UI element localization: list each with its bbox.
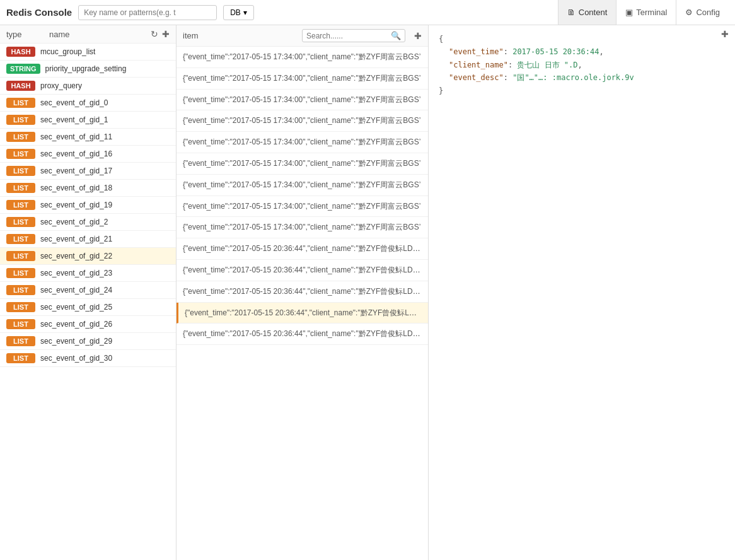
- item-row[interactable]: {"event_time":"2017-05-15 17:34:00","cli…: [177, 217, 428, 238]
- item-text: {"event_time":"2017-05-15 20:36:44","cli…: [183, 287, 428, 296]
- list-item[interactable]: LIST sec_event_of_gid_22: [0, 248, 176, 265]
- item-text: {"event_time":"2017-05-15 17:34:00","cli…: [183, 116, 420, 125]
- json-detail: { "event_time": 2017-05-15 20:36:44, "cl…: [429, 25, 735, 560]
- item-text: {"event_time":"2017-05-15 20:36:44","cli…: [185, 308, 428, 317]
- item-text: {"event_time":"2017-05-15 17:34:00","cli…: [183, 74, 420, 83]
- row-name: sec_event_of_gid_24: [40, 286, 112, 295]
- item-row[interactable]: {"event_time":"2017-05-15 20:36:44","cli…: [177, 324, 428, 345]
- add-item-icon[interactable]: ✚: [414, 31, 422, 41]
- item-row[interactable]: {"event_time":"2017-05-15 20:36:44","cli…: [177, 303, 428, 324]
- item-text: {"event_time":"2017-05-15 17:34:00","cli…: [183, 137, 420, 146]
- search-input[interactable]: [306, 32, 388, 40]
- left-panel-header: type name ↻ ✚: [0, 25, 176, 44]
- list-item[interactable]: HASH proxy_query: [0, 78, 176, 95]
- list-item[interactable]: LIST sec_event_of_gid_29: [0, 333, 176, 350]
- list-item[interactable]: LIST sec_event_of_gid_21: [0, 231, 176, 248]
- row-name: sec_event_of_gid_26: [40, 320, 112, 329]
- json-close-brace: }: [439, 85, 725, 97]
- type-badge: LIST: [6, 285, 35, 295]
- type-badge: LIST: [6, 319, 35, 329]
- row-name: sec_event_of_gid_22: [40, 252, 112, 260]
- item-row[interactable]: {"event_time":"2017-05-15 17:34:00","cli…: [177, 47, 428, 68]
- row-name: mcuc_group_list: [40, 47, 95, 56]
- list-item[interactable]: LIST sec_event_of_gid_17: [0, 163, 176, 180]
- refresh-icon[interactable]: ↻: [151, 29, 158, 39]
- item-row[interactable]: {"event_time":"2017-05-15 17:34:00","cli…: [177, 196, 428, 218]
- tab-config[interactable]: ⚙ Config: [676, 0, 729, 25]
- item-text: {"event_time":"2017-05-15 17:34:00","cli…: [183, 223, 420, 231]
- type-badge: LIST: [6, 336, 35, 346]
- topbar-tabs: 🗎 Content ▣ Terminal ⚙ Config: [558, 0, 729, 25]
- item-text: {"event_time":"2017-05-15 17:34:00","cli…: [183, 159, 420, 168]
- list-item[interactable]: LIST sec_event_of_gid_30: [0, 350, 176, 367]
- col-item-label: item: [183, 31, 297, 40]
- type-badge: LIST: [6, 132, 35, 142]
- list-item[interactable]: LIST sec_event_of_gid_25: [0, 299, 176, 316]
- json-event-desc-field: "event_desc": "国"…"…: :macro.ole.jork.9v: [439, 71, 725, 84]
- search-box: 🔍: [302, 29, 405, 42]
- chevron-down-icon: ▾: [243, 8, 247, 17]
- list-item[interactable]: LIST sec_event_of_gid_11: [0, 129, 176, 146]
- list-item[interactable]: LIST sec_event_of_gid_24: [0, 282, 176, 299]
- item-text: {"event_time":"2017-05-15 17:34:00","cli…: [183, 52, 420, 61]
- tab-terminal[interactable]: ▣ Terminal: [616, 0, 676, 25]
- mid-panel-header: item 🔍 ✚: [177, 25, 428, 47]
- list-item[interactable]: LIST sec_event_of_gid_19: [0, 197, 176, 214]
- terminal-icon: ▣: [625, 8, 633, 17]
- file-icon: 🗎: [567, 8, 576, 17]
- row-name: sec_event_of_gid_18: [40, 184, 112, 192]
- row-name: sec_event_of_gid_0: [40, 98, 108, 107]
- main-area: type name ↻ ✚ HASH mcuc_group_list STRIN…: [0, 25, 735, 560]
- row-name: sec_event_of_gid_19: [40, 201, 112, 209]
- list-item[interactable]: LIST sec_event_of_gid_23: [0, 265, 176, 282]
- type-badge: LIST: [6, 217, 35, 227]
- item-text: {"event_time":"2017-05-15 17:34:00","cli…: [183, 95, 420, 104]
- right-panel: ✚ { "event_time": 2017-05-15 20:36:44, "…: [429, 25, 735, 560]
- row-name: sec_event_of_gid_17: [40, 166, 112, 175]
- key-search-input[interactable]: [78, 5, 217, 20]
- row-name: sec_event_of_gid_16: [40, 149, 112, 158]
- list-item[interactable]: LIST sec_event_of_gid_26: [0, 316, 176, 333]
- list-item[interactable]: LIST sec_event_of_gid_0: [0, 95, 176, 112]
- search-icon[interactable]: 🔍: [391, 31, 401, 40]
- item-row[interactable]: {"event_time":"2017-05-15 17:34:00","cli…: [177, 90, 428, 111]
- col-type-label: type: [6, 30, 44, 39]
- row-name: sec_event_of_gid_2: [40, 218, 108, 226]
- topbar: Redis Console DB ▾ 🗎 Content ▣ Terminal …: [0, 0, 735, 25]
- type-badge: STRING: [6, 64, 40, 74]
- item-row[interactable]: {"event_time":"2017-05-15 20:36:44","cli…: [177, 238, 428, 260]
- type-badge: LIST: [6, 268, 35, 278]
- item-row[interactable]: {"event_time":"2017-05-15 20:36:44","cli…: [177, 281, 428, 303]
- list-item[interactable]: LIST sec_event_of_gid_1: [0, 112, 176, 129]
- item-row[interactable]: {"event_time":"2017-05-15 17:34:00","cli…: [177, 175, 428, 196]
- type-badge: LIST: [6, 166, 35, 176]
- db-selector-button[interactable]: DB ▾: [223, 5, 254, 20]
- type-badge: LIST: [6, 353, 35, 363]
- tab-content[interactable]: 🗎 Content: [558, 0, 616, 25]
- json-event-time-field: "event_time": 2017-05-15 20:36:44,: [439, 45, 725, 58]
- left-panel: type name ↻ ✚ HASH mcuc_group_list STRIN…: [0, 25, 177, 560]
- right-add-icon[interactable]: ✚: [721, 29, 729, 39]
- item-text: {"event_time":"2017-05-15 20:36:44","cli…: [183, 329, 428, 338]
- list-item[interactable]: LIST sec_event_of_gid_16: [0, 146, 176, 163]
- item-row[interactable]: {"event_time":"2017-05-15 17:34:00","cli…: [177, 68, 428, 90]
- item-row[interactable]: {"event_time":"2017-05-15 17:34:00","cli…: [177, 153, 428, 175]
- list-item[interactable]: LIST sec_event_of_gid_18: [0, 180, 176, 197]
- list-item[interactable]: HASH mcuc_group_list: [0, 44, 176, 61]
- row-name: sec_event_of_gid_29: [40, 337, 112, 346]
- list-item[interactable]: LIST sec_event_of_gid_2: [0, 214, 176, 231]
- item-row[interactable]: {"event_time":"2017-05-15 17:34:00","cli…: [177, 132, 428, 153]
- add-key-icon[interactable]: ✚: [162, 29, 170, 39]
- item-row[interactable]: {"event_time":"2017-05-15 17:34:00","cli…: [177, 110, 428, 132]
- type-badge: LIST: [6, 183, 35, 193]
- item-row[interactable]: {"event_time":"2017-05-15 20:36:44","cli…: [177, 260, 428, 281]
- col-name-label: name: [49, 30, 146, 39]
- row-name: sec_event_of_gid_23: [40, 269, 112, 277]
- row-name: priority_upgrade_setting: [45, 64, 127, 73]
- json-open-brace: {: [439, 33, 725, 45]
- list-item[interactable]: STRING priority_upgrade_setting: [0, 61, 176, 78]
- item-text: {"event_time":"2017-05-15 17:34:00","cli…: [183, 180, 420, 189]
- item-text: {"event_time":"2017-05-15 17:34:00","cli…: [183, 202, 420, 211]
- type-badge: LIST: [6, 251, 35, 261]
- type-badge: LIST: [6, 200, 35, 210]
